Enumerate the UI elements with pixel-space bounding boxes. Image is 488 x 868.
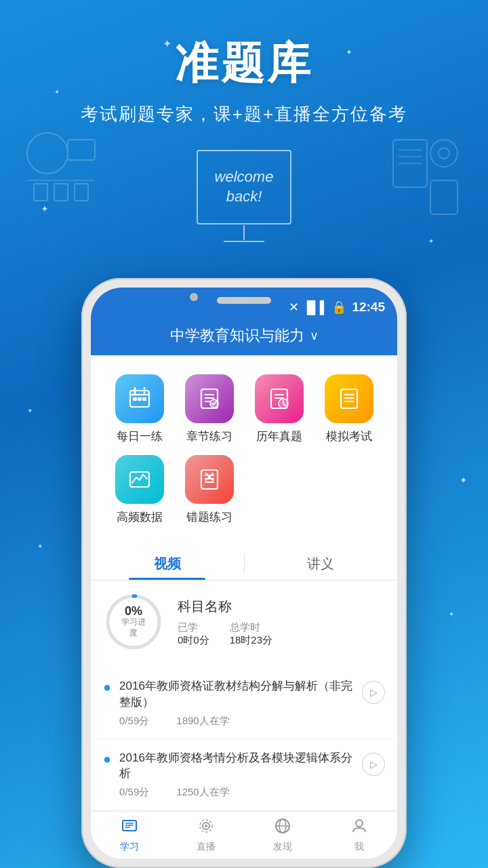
course-item-2[interactable]: ● 2016年教师资格考情分析及各模块逻辑体系分析 0/59分 1250人在学 …	[91, 739, 397, 811]
welcome-text: welcomeback!	[215, 167, 274, 206]
phone-mockup: ✕ ▐▌▌ 🔒 12:45 中学教育知识与能力 ∨	[81, 278, 407, 868]
wrong-practice-label: 错题练习	[186, 509, 232, 525]
wrong-practice-item[interactable]: 错题练习	[174, 450, 244, 530]
mock-exam-label: 模拟考试	[326, 429, 372, 444]
nav-profile[interactable]: 我	[321, 812, 397, 859]
svg-point-11	[439, 148, 449, 159]
chapter-practice-icon	[185, 374, 234, 423]
status-icons: ✕ ▐▌▌ 🔒	[289, 300, 346, 315]
progress-info: 科目名称 已学 0时0分 总学时 18时23分	[178, 597, 385, 647]
course-students-2: 1250人在学	[176, 786, 229, 799]
app-header[interactable]: 中学教育知识与能力 ∨	[91, 319, 397, 355]
wifi-icon: ▐▌▌	[302, 300, 328, 315]
course-meta-2: 0/59分 1250人在学	[119, 786, 354, 799]
daily-practice-item[interactable]: 每日一练	[104, 369, 174, 450]
chapter-practice-label: 章节练习	[186, 429, 232, 444]
studied-stat: 已学 0时0分	[178, 621, 209, 647]
phone-speaker	[217, 297, 271, 304]
history-exam-icon	[255, 374, 304, 423]
subject-title: 中学教育知识与能力	[170, 326, 304, 346]
icon-grid: 每日一练	[91, 355, 397, 541]
nav-study[interactable]: 学习	[91, 812, 167, 859]
bottom-nav: 学习 直播	[91, 811, 397, 859]
nav-live-label: 直播	[197, 841, 216, 853]
tab-video[interactable]: 视频	[91, 545, 244, 580]
app-subtitle: 考试刷题专家，课+题+直播全方位备考	[0, 102, 488, 126]
tab-notes[interactable]: 讲义	[245, 545, 398, 580]
top-header: 准题库 考试刷题专家，课+题+直播全方位备考	[0, 0, 488, 126]
progress-percent: 0%	[119, 605, 149, 617]
course-info-2: 2016年教师资格考情分析及各模块逻辑体系分析 0/59分 1250人在学	[119, 750, 354, 800]
whiteboard-illustration: welcomeback!	[0, 133, 488, 241]
course-title-1: 2016年教师资格证教材结构分解与解析（非完整版）	[119, 678, 354, 711]
mock-exam-icon	[325, 374, 373, 423]
history-exam-item[interactable]: 历年真题	[244, 369, 314, 450]
nav-profile-label: 我	[354, 841, 364, 853]
icon-row-1: 每日一练	[98, 369, 390, 450]
course-item-1[interactable]: ● 2016年教师资格证教材结构分解与解析（非完整版） 0/59分 1890人在…	[91, 667, 397, 739]
svg-rect-3	[34, 184, 47, 201]
subject-name: 科目名称	[178, 597, 385, 616]
tab-bar: 视频 讲义	[91, 545, 397, 580]
progress-circle: 0% 学习进度	[103, 591, 164, 652]
svg-rect-5	[75, 184, 88, 201]
total-stat: 总学时 18时23分	[230, 621, 272, 647]
chevron-down-icon[interactable]: ∨	[310, 328, 319, 343]
bullet-icon-2: ●	[103, 751, 111, 767]
study-icon	[121, 817, 138, 839]
course-score-1: 0/59分	[119, 715, 149, 728]
svg-rect-4	[54, 184, 68, 201]
daily-practice-label: 每日一练	[117, 429, 163, 444]
chapter-practice-item[interactable]: 章节练习	[174, 369, 244, 450]
svg-point-50	[205, 825, 207, 827]
svg-rect-17	[133, 397, 137, 401]
progress-section: 0% 学习进度 科目名称 已学 0时0分	[91, 580, 397, 663]
play-button-1[interactable]: ▷	[362, 681, 385, 704]
course-info-1: 2016年教师资格证教材结构分解与解析（非完整版） 0/59分 1890人在学	[119, 678, 354, 728]
highfreq-label: 高频数据	[117, 509, 163, 525]
course-score-2: 0/59分	[119, 786, 149, 799]
nav-discover-label: 发现	[273, 841, 292, 853]
svg-point-54	[356, 820, 363, 827]
course-meta-1: 0/59分 1890人在学	[119, 715, 354, 728]
nav-study-label: 学习	[120, 841, 139, 853]
mock-exam-item[interactable]: 模拟考试	[314, 369, 384, 450]
history-exam-label: 历年真题	[256, 429, 302, 444]
signal-icon: ✕	[289, 300, 299, 315]
profile-icon	[350, 817, 368, 839]
svg-point-0	[27, 133, 68, 174]
highfreq-item[interactable]: 高频数据	[104, 450, 174, 530]
svg-rect-19	[142, 397, 146, 401]
live-icon	[197, 817, 215, 839]
nav-live[interactable]: 直播	[167, 812, 244, 859]
lock-icon: 🔒	[331, 300, 346, 315]
progress-label: 学习进度	[119, 617, 149, 638]
welcome-board: welcomeback!	[197, 150, 291, 224]
course-list: ● 2016年教师资格证教材结构分解与解析（非完整版） 0/59分 1890人在…	[91, 667, 397, 810]
bullet-icon-1: ●	[103, 679, 111, 695]
play-button-2[interactable]: ▷	[362, 753, 385, 776]
highfreq-icon	[115, 455, 164, 504]
svg-rect-18	[138, 397, 142, 401]
icon-row-2: 高频数据	[98, 450, 390, 530]
svg-point-10	[430, 140, 458, 167]
svg-rect-1	[68, 140, 95, 160]
status-time: 12:45	[352, 300, 385, 315]
nav-discover[interactable]: 发现	[244, 812, 321, 859]
course-title-2: 2016年教师资格考情分析及各模块逻辑体系分析	[119, 750, 354, 783]
discover-icon	[274, 817, 291, 839]
course-students-1: 1890人在学	[176, 715, 229, 728]
daily-practice-icon	[115, 374, 164, 423]
wrong-practice-icon	[185, 455, 234, 504]
app-title: 准题库	[0, 34, 488, 93]
svg-rect-12	[430, 180, 458, 214]
phone-camera	[190, 293, 198, 301]
